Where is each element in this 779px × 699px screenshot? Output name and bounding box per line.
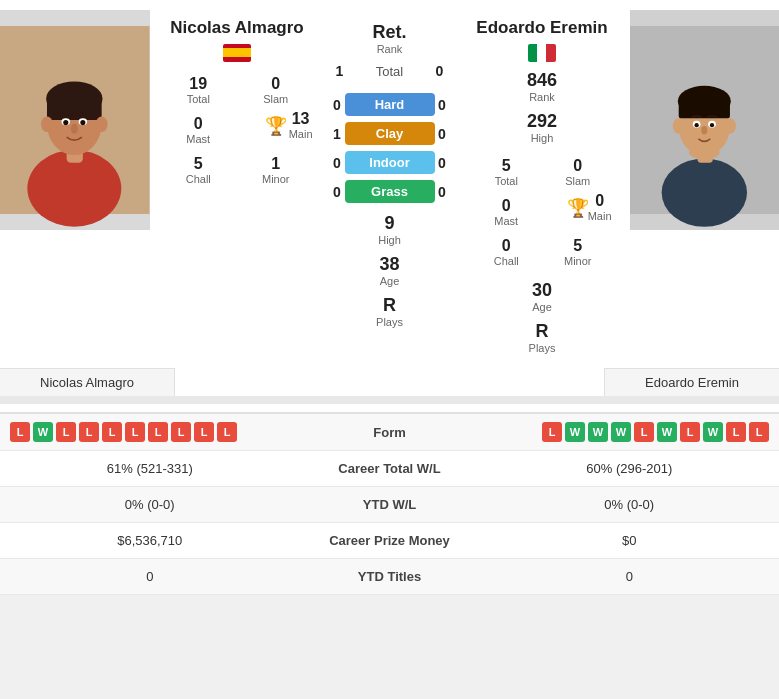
- form-badge-right: W: [703, 422, 723, 442]
- form-badge-left: W: [33, 422, 53, 442]
- stats-row-left-val: 0% (0-0): [10, 497, 290, 512]
- form-badge-right: L: [680, 422, 700, 442]
- svg-point-25: [672, 118, 684, 133]
- form-badge-right: W: [588, 422, 608, 442]
- left-total-cell: 19 Total: [160, 70, 238, 110]
- left-slam-label: Slam: [263, 93, 288, 105]
- left-player-label: Nicolas Almagro: [0, 368, 175, 396]
- form-badge-left: L: [217, 422, 237, 442]
- grass-badge: Grass: [345, 180, 435, 203]
- left-flag-spain: [223, 44, 251, 62]
- right-total-value: 5: [502, 157, 511, 175]
- form-row: LWLLLLLLLL Form LWWWLWLWLL: [0, 414, 779, 451]
- stats-row: 0% (0-0) YTD W/L 0% (0-0): [0, 487, 779, 523]
- clay-left: 1: [330, 126, 345, 142]
- right-mast-value: 0: [502, 197, 511, 215]
- right-chall-cell: 0 Chall: [471, 232, 543, 272]
- right-rank: 846 Rank: [527, 70, 557, 103]
- left-player-name-box: Nicolas Almagro: [166, 10, 308, 40]
- right-slam-cell: 0 Slam: [542, 152, 614, 192]
- form-badge-left: L: [79, 422, 99, 442]
- right-total-cell: 5 Total: [471, 152, 543, 192]
- left-trophy-main-cell: 🏆 13 Main: [237, 110, 315, 150]
- left-age-middle: 38 Age: [379, 254, 399, 287]
- section-divider: [0, 396, 779, 404]
- form-badge-right: L: [726, 422, 746, 442]
- hard-badge: Hard: [345, 93, 435, 116]
- form-badge-left: L: [10, 422, 30, 442]
- total-row: 1 Total 0: [330, 63, 450, 79]
- right-high: 292 High: [527, 111, 557, 144]
- right-trophy-main-cell: 🏆 0 Main: [542, 192, 614, 232]
- right-flag-box: [528, 44, 556, 62]
- right-total-label: Total: [495, 175, 518, 187]
- indoor-right: 0: [435, 155, 450, 171]
- svg-rect-18: [678, 101, 729, 118]
- left-plays-value: R: [383, 295, 396, 316]
- left-rank-label: Rank: [377, 43, 403, 55]
- left-trophy-icon: 🏆: [265, 115, 287, 137]
- bottom-section: LWLLLLLLLL Form LWWWLWLWLL 61% (521-331)…: [0, 412, 779, 595]
- form-badge-right: L: [542, 422, 562, 442]
- form-label: Form: [330, 425, 450, 440]
- svg-point-21: [694, 123, 698, 127]
- form-right: LWWWLWLWLL: [450, 422, 770, 442]
- stats-row-right-val: 0% (0-0): [490, 497, 770, 512]
- stats-row-label: Career Prize Money: [290, 533, 490, 548]
- left-minor-cell: 1 Minor: [237, 150, 315, 190]
- stats-row-right-val: $0: [490, 533, 770, 548]
- hard-left: 0: [330, 97, 345, 113]
- left-main-value: 13: [292, 110, 310, 128]
- stats-row-left-val: 0: [10, 569, 290, 584]
- right-age: 30 Age: [532, 280, 552, 313]
- right-high-value: 292: [527, 111, 557, 132]
- total-left-score: 1: [330, 63, 350, 79]
- main-container: Nicolas Almagro 19 Total 0 Slam 0 Mast: [0, 0, 779, 595]
- left-plays-middle: R Plays: [376, 295, 403, 328]
- stats-rows-container: 61% (521-331) Career Total W/L 60% (296-…: [0, 451, 779, 595]
- clay-right: 0: [435, 126, 450, 142]
- left-flag-box: [223, 44, 251, 62]
- left-player-photo: [0, 10, 150, 230]
- left-player-col: Nicolas Almagro 19 Total 0 Slam 0 Mast: [150, 10, 325, 358]
- left-chall-cell: 5 Chall: [160, 150, 238, 190]
- right-mast-cell: 0 Mast: [471, 192, 543, 232]
- left-stats-grid: 19 Total 0 Slam 0 Mast 🏆 13 Main: [150, 66, 325, 194]
- right-slam-label: Slam: [565, 175, 590, 187]
- form-badge-left: L: [56, 422, 76, 442]
- right-plays-label: Plays: [529, 342, 556, 354]
- left-slam-value: 0: [271, 75, 280, 93]
- svg-point-10: [71, 123, 78, 133]
- form-badge-right: W: [565, 422, 585, 442]
- indoor-row: 0 Indoor 0: [330, 151, 450, 174]
- grass-left: 0: [330, 184, 345, 200]
- right-player-name: Edoardo Eremin: [476, 18, 607, 38]
- right-player-photo: [630, 10, 780, 230]
- left-minor-label: Minor: [262, 173, 290, 185]
- left-high-label: High: [378, 234, 401, 246]
- stats-row-right-val: 0: [490, 569, 770, 584]
- svg-point-24: [688, 146, 719, 160]
- form-badge-left: L: [102, 422, 122, 442]
- left-total-label: Total: [187, 93, 210, 105]
- form-badge-right: W: [611, 422, 631, 442]
- left-chall-label: Chall: [186, 173, 211, 185]
- left-mast-value: 0: [194, 115, 203, 133]
- stats-row-label: YTD W/L: [290, 497, 490, 512]
- svg-point-12: [96, 117, 108, 132]
- form-badge-left: L: [125, 422, 145, 442]
- svg-point-23: [701, 126, 707, 135]
- hard-row: 0 Hard 0: [330, 93, 450, 116]
- svg-point-11: [41, 117, 53, 132]
- hard-right: 0: [435, 97, 450, 113]
- left-high-value: 9: [384, 213, 394, 234]
- right-minor-value: 5: [573, 237, 582, 255]
- clay-row: 1 Clay 0: [330, 122, 450, 145]
- indoor-badge: Indoor: [345, 151, 435, 174]
- right-trophy-icon: 🏆: [567, 197, 589, 219]
- left-age-value: 38: [379, 254, 399, 275]
- form-left: LWLLLLLLLL: [10, 422, 330, 442]
- right-flag-italy: [528, 44, 556, 62]
- form-badge-left: L: [171, 422, 191, 442]
- form-badge-left: L: [194, 422, 214, 442]
